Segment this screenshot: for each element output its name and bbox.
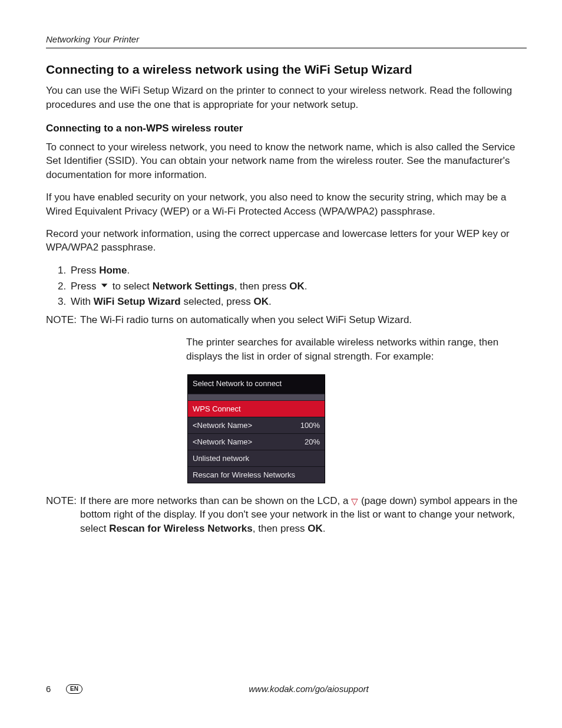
page-down-icon: ▽: [351, 495, 358, 508]
lcd-row-left: Unlisted network: [193, 454, 249, 463]
network-settings-label: Network Settings: [153, 281, 234, 292]
lcd-row-left: <Network Name>: [193, 437, 252, 446]
note-text-part: If there are more networks than can be s…: [80, 495, 351, 506]
page: Networking Your Printer Connecting to a …: [0, 0, 562, 728]
lcd-row-left: WPS Connect: [193, 404, 241, 413]
step-text: selected, press: [181, 296, 254, 307]
lcd-title: Select Network to connect: [188, 375, 325, 394]
page-number: 6: [46, 684, 58, 694]
paragraph-record: Record your network information, using t…: [46, 227, 527, 255]
home-button-label: Home: [99, 265, 127, 276]
step-2: Press ▼ to select Network Settings, then…: [58, 279, 527, 294]
ok-label: OK: [289, 281, 305, 292]
step-text: Press: [71, 281, 99, 292]
note-label: NOTE:: [46, 313, 80, 327]
note-1: NOTE: The Wi-Fi radio turns on automatic…: [46, 313, 527, 327]
intro-paragraph: You can use the WiFi Setup Wizard on the…: [46, 84, 527, 112]
language-badge: EN: [66, 684, 82, 694]
lcd-row: WPS Connect: [188, 401, 325, 417]
step-list: Press Home. Press ▼ to select Network Se…: [46, 263, 527, 309]
note-text-part: , then press: [253, 523, 308, 534]
lcd-row-right: 100%: [300, 421, 320, 430]
note-2: NOTE: If there are more networks than ca…: [46, 494, 527, 536]
step-text: Press: [71, 265, 99, 276]
lcd-row-right: 20%: [305, 437, 320, 446]
lcd-row-left: <Network Name>: [193, 421, 252, 430]
paragraph-security: If you have enabled security on your net…: [46, 190, 527, 219]
note-label: NOTE:: [46, 494, 80, 536]
note-text: The Wi-Fi radio turns on automatically w…: [80, 313, 527, 327]
note-text-part: .: [323, 523, 326, 534]
lcd-row: Rescan for Wireless Networks: [188, 466, 325, 483]
step-text: .: [127, 265, 130, 276]
lcd-row: <Network Name>20%: [188, 433, 325, 450]
heading-wifi-wizard: Connecting to a wireless network using t…: [46, 62, 527, 77]
lcd-row: Unlisted network: [188, 450, 325, 466]
wifi-wizard-label: WiFi Setup Wizard: [94, 296, 181, 307]
running-head: Networking Your Printer: [46, 34, 527, 48]
step-3: With WiFi Setup Wizard selected, press O…: [58, 294, 527, 309]
paragraph-ssid: To connect to your wireless network, you…: [46, 140, 527, 182]
step-text: , then press: [234, 281, 290, 292]
step-text: to select: [110, 281, 153, 292]
page-footer: 6 EN www.kodak.com/go/aiosupport: [46, 684, 527, 694]
heading-non-wps: Connecting to a non-WPS wireless router: [46, 123, 527, 134]
lcd-row: <Network Name>100%: [188, 417, 325, 433]
step-text: .: [269, 296, 272, 307]
lcd-divider: [188, 394, 325, 401]
lcd-wrapper: Select Network to connect WPS Connect<Ne…: [152, 374, 527, 483]
search-paragraph: The printer searches for available wirel…: [186, 335, 527, 364]
support-url: www.kodak.com/go/aiosupport: [91, 684, 527, 694]
ok-label: OK: [254, 296, 269, 307]
note-text: If there are more networks than can be s…: [80, 494, 527, 536]
step-text: .: [305, 281, 308, 292]
rescan-label: Rescan for Wireless Networks: [109, 523, 253, 534]
lcd-screen: Select Network to connect WPS Connect<Ne…: [187, 374, 325, 483]
step-1: Press Home.: [58, 263, 527, 278]
lcd-row-left: Rescan for Wireless Networks: [193, 470, 295, 479]
ok-label: OK: [308, 523, 323, 534]
step-text: With: [71, 296, 94, 307]
